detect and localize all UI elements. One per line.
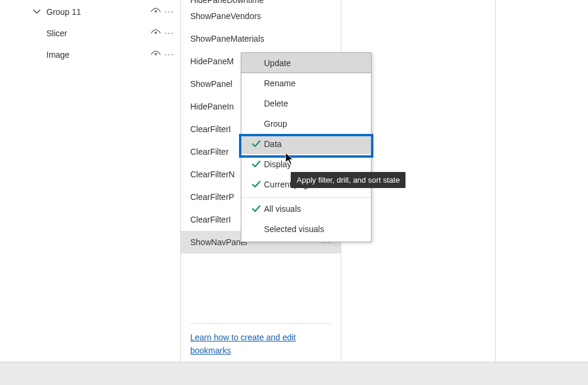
menu-toggle-selected-visuals[interactable]: Selected visuals <box>241 219 371 239</box>
menu-item-delete[interactable]: Delete <box>241 93 371 114</box>
bookmark-label: ShowNavPanel <box>190 231 247 253</box>
bookmark-label: ShowPaneMaterials <box>190 34 265 43</box>
visibility-icon[interactable] <box>150 51 161 59</box>
selection-item-label: Image <box>46 50 150 60</box>
selection-item-group11[interactable]: Group 11 ··· <box>24 1 180 23</box>
svg-point-1 <box>155 32 157 34</box>
svg-point-0 <box>155 10 157 12</box>
bookmark-label: ShowPaneVendors <box>190 11 261 21</box>
more-options-icon[interactable]: ··· <box>165 9 174 15</box>
bookmark-context-menu: Update Rename Delete Group Data Display … <box>241 52 372 242</box>
check-icon <box>249 204 264 214</box>
bookmark-label: ClearFilterN <box>190 170 235 179</box>
bookmark-label: ClearFilterI <box>190 215 231 224</box>
visibility-icon[interactable] <box>150 29 161 37</box>
selection-item-slicer[interactable]: Slicer ··· <box>24 23 180 44</box>
bookmark-item[interactable]: ShowPaneMaterials <box>181 27 341 50</box>
right-gutter <box>496 0 588 362</box>
visibility-icon[interactable] <box>150 8 161 16</box>
menu-toggle-all-visuals[interactable]: All visuals <box>241 199 371 219</box>
bookmark-item[interactable]: HidePaneDowntime <box>181 0 341 5</box>
menu-item-group[interactable]: Group <box>241 114 371 134</box>
more-options-icon[interactable]: ··· <box>165 52 174 58</box>
bookmark-label: ClearFilter <box>190 147 229 156</box>
svg-point-2 <box>155 53 157 55</box>
menu-toggle-display[interactable]: Display <box>241 154 371 174</box>
selection-pane: Group 11 ··· Slicer ··· Image <box>0 0 181 362</box>
bookmark-label: HidePaneM <box>190 57 234 66</box>
bookmark-label: ClearFilterI <box>190 124 231 134</box>
bookmarks-help-section: Learn how to create and edit bookmarks <box>190 323 331 357</box>
bookmark-label: ClearFilterP <box>190 192 234 202</box>
selection-item-image[interactable]: Image ··· <box>24 44 180 65</box>
selection-item-label: Slicer <box>46 29 150 38</box>
menu-item-rename[interactable]: Rename <box>241 73 371 93</box>
more-options-icon[interactable]: ··· <box>165 30 174 36</box>
tooltip: Apply filter, drill, and sort state <box>291 172 405 188</box>
bookmark-item[interactable]: ShowPaneVendors <box>181 5 341 27</box>
bookmark-label: HidePaneIn <box>190 102 234 111</box>
chevron-down-icon <box>32 8 42 15</box>
menu-toggle-data[interactable]: Data <box>241 134 371 154</box>
check-icon <box>249 180 264 189</box>
menu-item-update[interactable]: Update <box>241 53 371 73</box>
menu-divider <box>241 197 371 198</box>
footer-bar <box>0 362 588 385</box>
check-icon <box>249 159 264 169</box>
learn-bookmarks-link[interactable]: Learn how to create and edit bookmarks <box>190 333 295 355</box>
check-icon <box>249 139 264 149</box>
bookmark-label: ShowPanel <box>190 79 232 89</box>
selection-item-label: Group 11 <box>46 7 150 17</box>
